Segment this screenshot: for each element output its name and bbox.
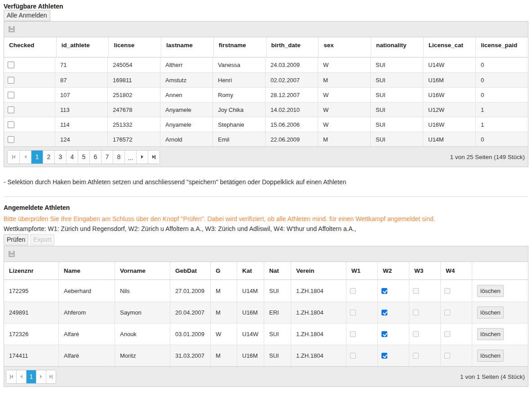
- table-row: 172295AeberhardNils27.01.2009MU14MSUI1.Z…: [4, 280, 528, 302]
- cell-License_cat: U12W: [423, 102, 475, 117]
- w2-checkbox[interactable]: [381, 331, 387, 337]
- cell-Kat: U14W: [237, 324, 264, 345]
- cell-license_paid: 0: [475, 58, 528, 72]
- table-row[interactable]: 71245054AltherrVanessa24.03.2009WSUIU14W…: [4, 58, 528, 72]
- warning-text: Bitte überprüfen Sie Ihre Eingaben am Sc…: [4, 215, 528, 222]
- table-row[interactable]: 114251332AnyameleStephanie15.06.2006WSUI…: [4, 117, 528, 132]
- pager-page-4[interactable]: 4: [66, 151, 78, 164]
- row-checkbox[interactable]: [8, 62, 14, 68]
- row-checkbox[interactable]: [8, 121, 14, 128]
- table-row: 249891AhferomSaymon20.04.2007MU16MERI1.Z…: [4, 302, 528, 323]
- cell-License_cat: U16W: [423, 117, 475, 132]
- pager-page-7[interactable]: 7: [101, 151, 113, 164]
- column-header-W3: W3: [409, 262, 440, 280]
- column-header-W1: W1: [346, 262, 377, 280]
- cell-Nat: SUI: [264, 280, 291, 302]
- row-checkbox[interactable]: [8, 92, 14, 98]
- pager-page-5[interactable]: 5: [78, 151, 89, 164]
- selection-hint: - Selektion durch Haken beim Athleten se…: [4, 178, 528, 186]
- cell-Lizenznr: 172326: [4, 324, 58, 345]
- delete-button[interactable]: löschen: [477, 328, 504, 340]
- cell-nationality: SUI: [370, 102, 423, 117]
- registered-grid: LizenznrNameVornameGebDatGKatNatVereinW1…: [4, 246, 528, 387]
- cell-w3: [409, 345, 440, 366]
- cell-delete: löschen: [472, 324, 528, 345]
- pager-page-1[interactable]: 1: [26, 370, 36, 383]
- cell-license: 245054: [107, 58, 160, 72]
- cell-delete: löschen: [472, 345, 528, 366]
- table-row[interactable]: 107251802AnnenRomy28.12.2007WSUIU16W0: [4, 87, 528, 102]
- row-checkbox[interactable]: [8, 77, 14, 84]
- column-header-Verein: Verein: [291, 262, 346, 280]
- cell-license_paid: 0: [475, 132, 528, 146]
- cell-firstname: Vanessa: [213, 58, 265, 72]
- pager-page-2[interactable]: 2: [43, 151, 54, 164]
- pager-first-button: [8, 151, 19, 164]
- register-all-button[interactable]: Alle Anmelden: [4, 10, 50, 21]
- cell-firstname: Henri: [213, 73, 265, 87]
- cell-license_paid: 1: [475, 102, 528, 117]
- w2-checkbox[interactable]: [381, 310, 387, 315]
- pager-page-1[interactable]: 1: [31, 151, 43, 164]
- column-header-Kat: Kat: [237, 262, 264, 280]
- cell-nationality: SUI: [370, 132, 423, 146]
- export-button: Export: [30, 234, 54, 245]
- cell-G: M: [210, 280, 237, 302]
- pager-last-button[interactable]: [148, 151, 160, 164]
- cell-Kat: U14M: [237, 280, 264, 302]
- w4-checkbox: [444, 310, 450, 315]
- table-row: 174411AlfaréMoritz31.03.2007MU16MSUI1.ZH…: [4, 345, 528, 366]
- cell-license: 251802: [107, 88, 160, 102]
- cell-sex: M: [318, 132, 370, 146]
- save-icon: [9, 251, 15, 257]
- cell-id_athlete: 114: [55, 117, 107, 132]
- cell-birth_date: 28.12.2007: [265, 88, 318, 102]
- column-header-id_athlete: id_athlete: [56, 37, 109, 57]
- cell-sex: W: [318, 102, 370, 117]
- cell-w1: [346, 280, 377, 302]
- pager-page-3[interactable]: 3: [54, 151, 66, 164]
- cell-Kat: U16M: [237, 302, 264, 323]
- table-row[interactable]: 87169811AmstutzHenri02.02.2007MSUIU16M0: [4, 72, 528, 87]
- delete-button[interactable]: löschen: [477, 350, 504, 362]
- cell-license: 169811: [107, 73, 160, 87]
- column-header-License_cat: License_cat: [423, 37, 476, 57]
- w1-checkbox: [350, 331, 356, 337]
- cell-birth_date: 22.06.2009: [265, 132, 318, 146]
- cell-id_athlete: 87: [55, 73, 107, 87]
- cell-License_cat: U14M: [423, 132, 475, 146]
- w2-checkbox[interactable]: [381, 288, 387, 294]
- row-checkbox[interactable]: [8, 136, 14, 143]
- cell-Verein: 1.ZH.1804: [291, 280, 346, 302]
- pager-next-button[interactable]: [136, 151, 148, 164]
- cell-w1: [346, 345, 377, 366]
- pager-page-6[interactable]: 6: [89, 151, 101, 164]
- w4-checkbox: [444, 331, 450, 337]
- cell-G: M: [210, 302, 237, 323]
- table-row[interactable]: 124176572ArnoldEmil22.06.2009MSUIU14M0: [4, 132, 528, 146]
- w2-checkbox[interactable]: [381, 353, 387, 359]
- next-page-icon: [141, 155, 143, 159]
- delete-button[interactable]: löschen: [477, 306, 504, 319]
- pager-summary: 1 von 25 Seiten (149 Stück): [450, 154, 525, 160]
- cell-birth_date: 24.03.2009: [265, 58, 318, 72]
- column-header-Name: Name: [58, 262, 115, 280]
- cell-Vorname: Moritz: [115, 345, 170, 366]
- column-header-birth_date: birth_date: [266, 37, 319, 57]
- pager-ellipsis[interactable]: ...: [124, 151, 136, 164]
- available-section: Verfügbare Athleten Alle Anmelden Checke…: [4, 4, 528, 167]
- registered-header-row: LizenznrNameVornameGebDatGKatNatVereinW1…: [4, 262, 528, 280]
- check-button[interactable]: Prüfen: [4, 234, 28, 245]
- cell-w4: [440, 280, 472, 302]
- cell-nationality: SUI: [370, 73, 423, 87]
- cell-Nat: SUI: [264, 324, 291, 345]
- row-checkbox[interactable]: [8, 107, 14, 113]
- cell-checked: [4, 58, 55, 72]
- delete-button[interactable]: löschen: [477, 285, 504, 297]
- grid-toolbar: [4, 246, 528, 262]
- cell-lastname: Anyamele: [160, 102, 213, 117]
- cell-GebDat: 31.03.2007: [170, 345, 210, 366]
- pager-page-8[interactable]: 8: [113, 151, 124, 164]
- table-row[interactable]: 113247678AnyameleJoy Chika14.02.2010WSUI…: [4, 102, 528, 117]
- cell-w2: [377, 280, 409, 302]
